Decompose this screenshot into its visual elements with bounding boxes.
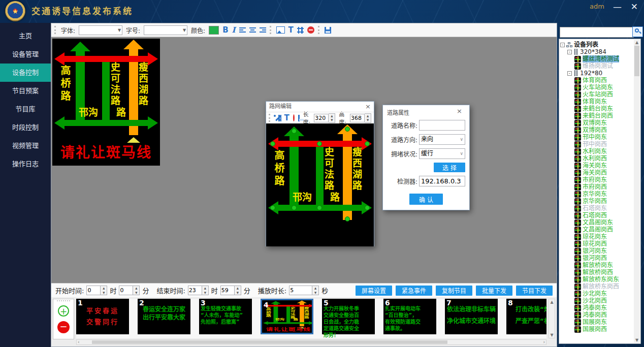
batch-send-button[interactable]: 批量下发: [476, 286, 512, 296]
scroll-up-icon[interactable]: ▲: [549, 300, 555, 304]
copy-program-button[interactable]: 复制节目: [436, 286, 472, 296]
scroll-down-icon[interactable]: ▼: [549, 333, 555, 337]
scroll-up-icon[interactable]: ▲: [634, 40, 640, 45]
sidebar-item-program-plan[interactable]: 节目预案: [0, 82, 51, 100]
tree-device-item[interactable]: 水利岗西: [560, 155, 633, 162]
road-direction-select[interactable]: 来向∨: [419, 134, 465, 145]
tree-device-item[interactable]: 琼花岗西: [560, 240, 633, 247]
tree-device-item[interactable]: 解放桥岗东: [560, 262, 633, 269]
playlist-item-6[interactable]: 6扎实开展电动车“百日整治”，有效预防道路交通事故。: [383, 299, 436, 334]
end-minute-stepper[interactable]: ▲▼: [235, 286, 241, 295]
tree-device-item[interactable]: 银河岗东: [560, 247, 633, 255]
scroll-left-icon[interactable]: ‹: [78, 339, 80, 344]
road-tool-icon[interactable]: [279, 115, 281, 121]
scroll-right-icon[interactable]: ›: [543, 339, 545, 344]
tree-device-item[interactable]: 市府岗西: [560, 183, 633, 191]
end-hour-stepper[interactable]: ▲▼: [202, 286, 209, 295]
scrollbar-thumb[interactable]: [92, 340, 447, 344]
align-right-icon[interactable]: [260, 27, 266, 33]
align-center-icon[interactable]: [249, 27, 256, 33]
sidebar-item-video-management[interactable]: 视频管理: [0, 137, 51, 155]
tree-device-item[interactable]: 体育岗东: [560, 98, 633, 105]
road-name-input[interactable]: [419, 120, 465, 131]
tree-device-item[interactable]: 市府岗东: [560, 176, 633, 183]
tree-collapse-icon[interactable]: -: [567, 50, 572, 54]
roadnet-canvas[interactable]: 高桥路史可法路瘦西湖路邗沟路: [266, 123, 374, 246]
close-icon[interactable]: ×: [457, 107, 462, 115]
playlist-item-3[interactable]: 3发生轻微交通事故“人未伤，车能动”先拍照，后撤离”: [199, 299, 252, 334]
align-left-icon[interactable]: [239, 27, 246, 33]
tree-device-item[interactable]: 螺丝湾桥测试: [560, 55, 633, 62]
minimize-icon[interactable]: —: [613, 1, 622, 13]
sidebar-item-schedule-control[interactable]: 时段控制: [0, 118, 51, 137]
close-icon[interactable]: ×: [365, 102, 371, 112]
playlist-item-8[interactable]: 8打击改装“炸严查严惩“机: [506, 299, 546, 334]
scroll-down-icon[interactable]: ▼: [634, 338, 640, 342]
height-input[interactable]: [350, 114, 365, 122]
tree-device-item[interactable]: 琼花岗东: [560, 233, 633, 240]
tree-device-item[interactable]: 体育岗西: [560, 77, 633, 84]
sidebar-item-program-library[interactable]: 节目库: [0, 100, 51, 118]
tree-device-item[interactable]: 水利岗东: [560, 148, 633, 155]
playlist-item-5[interactable]: 5大力开展秋冬季交通安全整治百日会战，全力稳定道路交通安全形势！: [322, 299, 375, 334]
tree-device-item[interactable]: 京华岗东: [560, 191, 633, 198]
bold-button[interactable]: B: [222, 26, 228, 34]
detector-input[interactable]: [419, 176, 465, 186]
end-hour-input[interactable]: [188, 286, 202, 295]
playlist-item-4[interactable]: 4高桥路史可法路瘦西湖路邗沟路请礼让斑马线: [261, 299, 313, 334]
tree-device-item[interactable]: 石塔岗西: [560, 212, 633, 219]
start-minute-stepper[interactable]: ▲▼: [133, 286, 140, 295]
congestion-select[interactable]: 缓行∨: [419, 148, 465, 159]
tree-device-item[interactable]: 双博岗西: [560, 127, 633, 134]
tree-device-item[interactable]: 来鹤台岗西: [560, 112, 633, 119]
tree-device-item[interactable]: 邗中岗东: [560, 134, 633, 141]
tree-group-320x384[interactable]: -320*384: [560, 48, 633, 55]
remove-item-button[interactable]: −: [57, 321, 70, 333]
length-stepper[interactable]: ▲▼: [329, 113, 335, 123]
save-icon[interactable]: [325, 27, 331, 34]
height-stepper[interactable]: ▲▼: [365, 113, 371, 123]
add-item-button[interactable]: +: [58, 305, 69, 317]
search-button[interactable]: [632, 26, 643, 37]
screen-settings-button[interactable]: 屏幕设置: [356, 286, 392, 296]
tree-device-item[interactable]: 解放桥东岗西: [560, 283, 633, 290]
delete-icon[interactable]: [293, 114, 295, 121]
sidebar-item-device-control[interactable]: 设备控制: [0, 64, 51, 82]
tree-device-item[interactable]: 国展岗东: [560, 319, 633, 326]
delete-icon[interactable]: [307, 26, 314, 34]
color-swatch[interactable]: [209, 26, 219, 35]
italic-button[interactable]: I: [232, 26, 236, 34]
device-search-input[interactable]: [560, 27, 634, 38]
save-icon[interactable]: [298, 115, 300, 121]
tree-device-item[interactable]: 解放桥东岗东: [560, 276, 633, 283]
led-sign-preview[interactable]: 高桥路史可法路瘦西湖路邗沟路请礼让斑马线: [52, 39, 160, 166]
tree-device-item[interactable]: 火车站岗西: [560, 91, 633, 98]
tree-device-item[interactable]: 鸿泰岗东: [560, 304, 633, 311]
end-minute-input[interactable]: [220, 286, 235, 295]
tree-group-192x80[interactable]: -192*80: [560, 70, 633, 77]
tree-device-item[interactable]: 海关岗西: [560, 169, 633, 176]
playlist-vertical-scrollbar[interactable]: ▲ ▼: [549, 299, 555, 338]
duration-stepper[interactable]: ▲▼: [312, 286, 319, 295]
scrollbar-thumb[interactable]: [634, 46, 639, 76]
text-tool-button[interactable]: T: [284, 114, 289, 122]
tree-device-item[interactable]: 火车站岗东: [560, 84, 633, 91]
playlist-item-1[interactable]: 1平安春运交警同行: [76, 299, 129, 334]
tree-root-device-list[interactable]: -设备列表: [560, 41, 633, 48]
tree-device-item[interactable]: 鸿泰岗西: [560, 311, 633, 319]
start-minute-input[interactable]: [119, 286, 133, 295]
tree-collapse-icon[interactable]: -: [567, 71, 572, 76]
length-input[interactable]: [314, 114, 329, 122]
tree-device-item[interactable]: 石塔岗东: [560, 205, 633, 212]
tree-device-item[interactable]: 银河岗西: [560, 255, 633, 262]
tree-device-item[interactable]: 文昌阁岗西: [560, 226, 633, 233]
sidebar-item-device-management[interactable]: 设备管理: [0, 45, 51, 64]
select-detector-button[interactable]: 选 择: [434, 163, 465, 172]
start-hour-input[interactable]: [86, 286, 101, 295]
tree-device-item[interactable]: 维扬岗测试: [560, 62, 633, 70]
tree-device-item[interactable]: 文昌阁岗东: [560, 219, 633, 226]
font-select[interactable]: ▼: [79, 25, 122, 35]
tree-collapse-icon[interactable]: -: [560, 43, 565, 47]
font-size-select[interactable]: ▼: [144, 25, 187, 35]
roadnet-icon[interactable]: [297, 27, 304, 34]
